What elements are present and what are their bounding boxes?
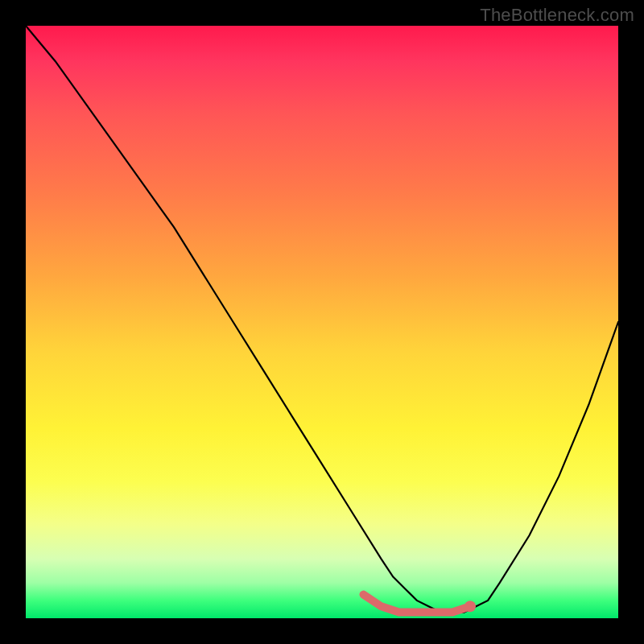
watermark-text: TheBottleneck.com xyxy=(480,5,634,26)
chart-svg xyxy=(26,26,618,618)
bottleneck-curve-line xyxy=(26,26,618,613)
chart-container: TheBottleneck.com xyxy=(0,0,644,644)
optimal-zone-highlight xyxy=(364,595,471,613)
optimal-end-dot xyxy=(464,601,476,612)
plot-area xyxy=(26,26,618,618)
